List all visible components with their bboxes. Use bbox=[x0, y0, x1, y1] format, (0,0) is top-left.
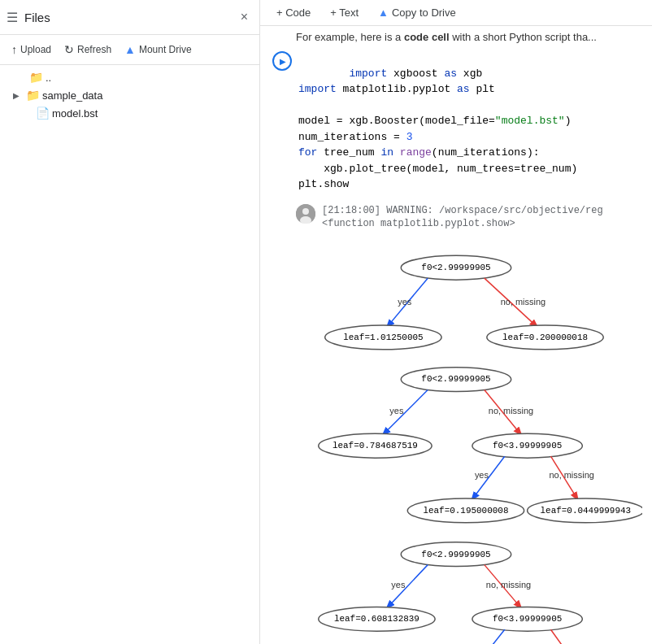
refresh-button[interactable]: ↻ Refresh bbox=[59, 40, 116, 59]
tree2-rr-leaf: leaf=0.0449999943 bbox=[541, 506, 632, 516]
file-item-parent[interactable]: 📁 .. bbox=[0, 68, 259, 86]
tree1-left-leaf: leaf=1.01250005 bbox=[343, 333, 423, 342]
add-code-button[interactable]: + Code bbox=[270, 3, 317, 22]
copy-to-drive-button[interactable]: ▲ Copy to Drive bbox=[372, 3, 463, 22]
output-area: [21:18:00] WARNING: /workspace/src/objec… bbox=[260, 199, 652, 237]
code-cell: ▶ import xgboost as xgb import matplotli… bbox=[260, 43, 652, 199]
main-content: + Code + Text ▲ Copy to Drive For exampl… bbox=[260, 0, 652, 644]
folder-icon-sample-data: 📁 bbox=[26, 89, 39, 102]
tree2-root-label: f0<2.99999905 bbox=[421, 375, 490, 385]
tree3-yes-label: yes bbox=[391, 581, 406, 590]
add-text-label: + Text bbox=[330, 7, 359, 19]
warning-text: [21:18:00] WARNING: /workspace/src/objec… bbox=[322, 204, 603, 218]
sidebar-header: ☰ Files × bbox=[0, 0, 259, 35]
tree2-right-no: no, missing bbox=[550, 470, 594, 480]
tree2-rl-leaf: leaf=0.195000008 bbox=[423, 506, 508, 516]
file-tree: 📁 .. ▶ 📁 sample_data 📄 model.bst bbox=[0, 65, 259, 644]
intro-text: For example, here is a code cell with a … bbox=[260, 26, 652, 43]
tree3-left-leaf: leaf=0.608132839 bbox=[334, 614, 419, 624]
play-icon: ▶ bbox=[280, 57, 286, 66]
expand-arrow-sample-data: ▶ bbox=[13, 91, 23, 100]
tree2-right-yes: yes bbox=[475, 470, 489, 480]
tree-svg: f0<2.99999905 yes no, missing leaf=1.012… bbox=[270, 249, 642, 644]
tree1-yes-label: yes bbox=[398, 297, 412, 307]
file-icon-model-bst: 📄 bbox=[36, 107, 49, 120]
copy-drive-icon: ▲ bbox=[378, 7, 389, 19]
refresh-label: Refresh bbox=[77, 44, 111, 55]
mount-drive-button[interactable]: ▲ Mount Drive bbox=[120, 40, 197, 59]
tree2-no-label: no, missing bbox=[489, 407, 533, 416]
tree3-no-label: no, missing bbox=[486, 581, 531, 590]
tree3-right-node: f0<3.99999905 bbox=[493, 614, 562, 624]
tree-svg-container: f0<2.99999905 yes no, missing leaf=1.012… bbox=[270, 249, 642, 644]
notebook-toolbar: + Code + Text ▲ Copy to Drive bbox=[260, 0, 652, 26]
hamburger-icon: ☰ bbox=[7, 10, 18, 25]
upload-button[interactable]: ↑ Upload bbox=[7, 40, 56, 59]
tree1-root-label: f0<2.99999905 bbox=[421, 263, 490, 272]
drive-icon: ▲ bbox=[124, 43, 136, 56]
svg-point-1 bbox=[302, 208, 309, 215]
tree-visualization: f0<2.99999905 yes no, missing leaf=1.012… bbox=[260, 236, 652, 644]
tree2-right-node: f0<3.99999905 bbox=[493, 441, 562, 450]
notebook-content: For example, here is a code cell with a … bbox=[260, 26, 652, 644]
upload-icon: ↑ bbox=[11, 43, 17, 56]
file-item-sample-data[interactable]: ▶ 📁 sample_data bbox=[0, 86, 259, 104]
add-text-button[interactable]: + Text bbox=[324, 3, 365, 22]
output-text-area: [21:18:00] WARNING: /workspace/src/objec… bbox=[322, 204, 603, 232]
function-text: <function matplotlib.pyplot.show> bbox=[322, 217, 603, 231]
folder-up-icon: 📁 bbox=[29, 71, 42, 84]
tree3-root-label: f0<2.99999905 bbox=[421, 550, 490, 559]
file-item-label-sample-data: sample_data bbox=[42, 89, 102, 102]
refresh-icon: ↻ bbox=[64, 43, 74, 56]
file-item-model-bst[interactable]: 📄 model.bst bbox=[0, 104, 259, 122]
tree2-left-leaf: leaf=0.784687519 bbox=[333, 441, 418, 450]
svg-line-23 bbox=[550, 629, 581, 644]
copy-to-drive-label: Copy to Drive bbox=[392, 7, 456, 19]
user-avatar bbox=[296, 204, 315, 224]
avatar-icon bbox=[296, 204, 315, 224]
tree1-right-leaf: leaf=0.200000018 bbox=[502, 333, 588, 342]
close-sidebar-button[interactable]: × bbox=[236, 8, 253, 26]
run-cell-button[interactable]: ▶ bbox=[272, 51, 292, 71]
file-item-label: .. bbox=[46, 72, 51, 84]
mount-drive-label: Mount Drive bbox=[139, 44, 192, 55]
sidebar-title: Files bbox=[24, 11, 233, 24]
svg-line-22 bbox=[471, 629, 505, 644]
tree2-yes-label: yes bbox=[389, 407, 404, 416]
code-editor[interactable]: import xgboost as xgb import matplotlib.… bbox=[298, 50, 642, 193]
file-sidebar: ☰ Files × ↑ Upload ↻ Refresh ▲ Mount Dri… bbox=[0, 0, 260, 644]
upload-label: Upload bbox=[20, 44, 51, 55]
file-item-label-model-bst: model.bst bbox=[52, 107, 98, 120]
tree1-no-label: no, missing bbox=[501, 297, 546, 307]
file-toolbar: ↑ Upload ↻ Refresh ▲ Mount Drive bbox=[0, 35, 259, 65]
add-code-label: + Code bbox=[276, 7, 311, 19]
